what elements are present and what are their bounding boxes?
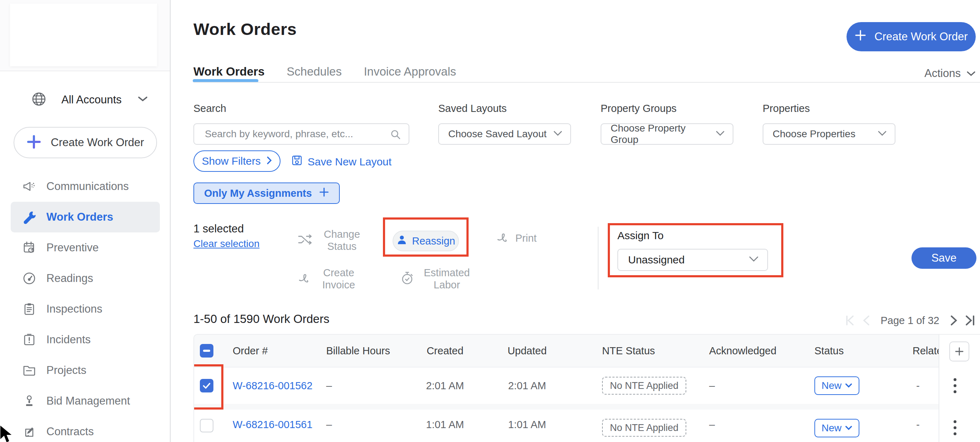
pagination: Page 1 of 32 [845,314,976,326]
only-my-assignments-button[interactable]: Only My Assignments [193,182,340,204]
nte-status-badge: No NTE Applied [602,419,686,437]
chevron-down-icon [878,130,887,138]
estimated-labor-action[interactable]: Estimated Labor [401,267,474,291]
print-action[interactable]: Print [496,231,537,245]
plus-icon [854,29,867,44]
saved-layouts-label: Saved Layouts [438,103,507,114]
sidebar-item-communications[interactable]: Communications [11,171,160,202]
chevron-down-icon [749,256,759,264]
property-groups-value: Choose Property Group [611,123,716,146]
sidebar-item-incidents[interactable]: Incidents [11,324,160,355]
column-header-order[interactable]: Order # [233,345,326,357]
previous-page-button[interactable] [862,314,870,326]
wrench-icon [22,210,38,224]
alert-box-icon [22,333,38,347]
pdf-icon [298,272,310,286]
estimated-labor-label: Estimated Labor [420,267,474,291]
column-header-created[interactable]: Created [407,345,482,357]
pdf-icon [496,231,509,245]
acknowledged-cell: – [689,419,797,431]
assign-to-select[interactable]: Unassigned [617,249,768,271]
search-input[interactable] [194,128,409,140]
change-status-action[interactable]: Change Status [298,228,365,252]
chevron-down-icon [966,67,976,80]
sidebar: All Accounts Create Work Order Communica… [0,0,170,442]
save-button[interactable]: Save [912,247,977,269]
select-all-checkbox[interactable] [200,344,213,358]
person-icon [396,234,407,248]
sidebar-item-label: Incidents [46,333,91,346]
create-invoice-action[interactable]: Create Invoice [298,267,360,291]
property-groups-select[interactable]: Choose Property Group [601,124,733,145]
search-label: Search [193,103,226,114]
account-switcher[interactable]: All Accounts [0,89,170,111]
row-menu-button[interactable] [954,420,956,435]
clear-selection-link[interactable]: Clear selection [193,238,259,250]
sidebar-item-readings[interactable]: Readings [11,263,160,294]
only-my-assignments-label: Only My Assignments [204,187,312,199]
column-header-nte-status[interactable]: NTE Status [572,345,689,357]
tab-bar: Work Orders Schedules Invoice Approvals [193,65,456,78]
sidebar-item-work-orders[interactable]: Work Orders [11,202,160,233]
search-box [193,124,409,145]
nte-status-badge: No NTE Applied [602,377,686,394]
tabs-divider [193,82,980,83]
order-number-link[interactable]: W-68216-001561 [233,419,313,430]
acknowledged-cell: – [689,380,797,392]
status-dropdown[interactable]: New [815,419,859,437]
column-header-acknowledged[interactable]: Acknowledged [689,345,797,357]
chevron-down-icon [716,130,725,138]
order-number-link[interactable]: W-68216-001562 [233,380,313,391]
tab-schedules[interactable]: Schedules [286,65,342,78]
chevron-down-icon [845,383,852,388]
chevron-down-icon [553,130,562,138]
search-icon [390,129,401,141]
create-work-order-button[interactable]: Create Work Order [846,22,976,51]
related-cell: - [896,419,939,431]
chevron-down-icon [137,95,148,104]
assign-to-label: Assign To [617,230,664,242]
sidebar-item-projects[interactable]: Projects [11,355,160,386]
add-column-button[interactable] [949,342,969,361]
globe-icon [32,92,46,108]
column-header-status[interactable]: Status [797,345,896,357]
table-row: W-68216-001562 – 2:01 AM 2:01 AM No NTE … [194,368,980,404]
row-menu-button[interactable] [954,378,956,393]
status-dropdown[interactable]: New [815,376,859,395]
sidebar-item-label: Preventive [46,241,99,254]
bid-person-icon [22,394,38,408]
work-orders-table: Order # Billable Hours Created Updated N… [193,334,980,442]
properties-select[interactable]: Choose Properties [763,124,896,145]
mouse-cursor-icon [0,423,19,442]
row-checkbox-checked[interactable] [200,379,213,393]
sidebar-item-inspections[interactable]: Inspections [11,294,160,324]
reassign-button[interactable]: Reassign [393,231,459,251]
sidebar-create-work-order-button[interactable]: Create Work Order [14,127,157,158]
main-content: Work Orders Create Work Order Actions Wo… [170,0,980,442]
row-checkbox-unchecked[interactable] [200,419,213,432]
create-work-order-label: Create Work Order [874,30,967,43]
tab-work-orders[interactable]: Work Orders [193,65,264,78]
first-page-button[interactable] [845,314,855,326]
clipboard-icon [22,302,38,316]
saved-layouts-select[interactable]: Choose Saved Layout [438,124,571,145]
column-header-updated[interactable]: Updated [482,345,572,357]
column-header-billable[interactable]: Billable Hours [326,345,407,357]
plus-icon [955,347,964,356]
actions-dropdown[interactable]: Actions [924,67,976,80]
tab-invoice-approvals[interactable]: Invoice Approvals [364,65,456,78]
sidebar-item-preventive[interactable]: Preventive [11,233,160,263]
updated-cell: 2:01 AM [482,380,572,392]
sidebar-item-bid-management[interactable]: Bid Management [11,386,160,416]
last-page-button[interactable] [965,314,976,326]
show-filters-button[interactable]: Show Filters [193,151,280,172]
created-cell: 1:01 AM [407,419,482,431]
page-title: Work Orders [193,19,297,39]
save-new-layout-link[interactable]: Save New Layout [291,155,391,169]
column-header-related[interactable]: Related [896,345,939,357]
sidebar-item-contracts[interactable]: Contracts [11,416,160,442]
contract-pen-icon [22,425,38,439]
sidebar-item-label: Readings [46,272,93,285]
next-page-button[interactable] [950,314,958,326]
calendar-repeat-icon [22,241,38,255]
